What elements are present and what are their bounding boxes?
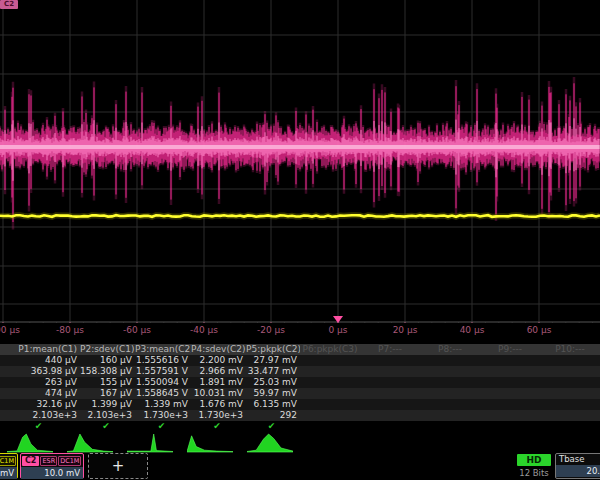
- histicon-p3[interactable]: [120, 432, 180, 453]
- c1-vertical-scale: 10.0 mV: [0, 467, 17, 479]
- histicon-p2[interactable]: [60, 432, 120, 453]
- c1-coupling-badge: DC1M: [0, 456, 16, 466]
- timebase-scale: 20.0 µs: [556, 465, 600, 477]
- measure-value: 292: [246, 410, 300, 421]
- histicon-p4[interactable]: [180, 432, 240, 453]
- measure-value-empty: [420, 410, 480, 421]
- measure-value-empty: [540, 410, 600, 421]
- measure-value-empty: [420, 388, 480, 399]
- measure-value-empty: [540, 366, 600, 377]
- measure-value-empty: [300, 377, 360, 388]
- measure-value: 27.97 mV: [246, 355, 300, 366]
- histicon-p1[interactable]: [0, 432, 60, 453]
- measure-column-header-p2[interactable]: P2:sdev(C1): [80, 344, 135, 355]
- measure-value: 33.477 mV: [246, 366, 300, 377]
- measure-value-empty: [420, 399, 480, 410]
- measure-value-empty: [480, 410, 540, 421]
- measurement-table: P1:mean(C1)P2:sdev(C1)P3:mean(C2)P4:sdev…: [0, 344, 600, 432]
- measure-value: 363.98 µV: [0, 366, 80, 377]
- measure-value: 1.550094 V: [135, 377, 191, 388]
- measure-value: 1.339 mV: [135, 399, 191, 410]
- measure-value-empty: [360, 399, 420, 410]
- measure-value: 2.103e+3: [80, 410, 135, 421]
- measure-value-empty: [480, 377, 540, 388]
- measure-value: 59.97 mV: [246, 388, 300, 399]
- add-trace-button[interactable]: +: [88, 453, 148, 479]
- measure-value: 32.16 µV: [0, 399, 80, 410]
- table-row: 363.98 µV158.308 µV1.557591 V2.966 mV33.…: [0, 366, 600, 377]
- measure-value: 6.135 mV: [246, 399, 300, 410]
- measure-value-empty: [480, 399, 540, 410]
- measure-value-empty: [420, 366, 480, 377]
- table-row: 474 µV167 µV1.558645 V10.031 mV59.97 mV: [0, 388, 600, 399]
- x-tick-label: -80 µs: [56, 325, 84, 335]
- x-tick-label: 20 µs: [393, 325, 418, 335]
- measure-column-header-inactive[interactable]: P8:---: [420, 344, 480, 355]
- timebase-title: Tbase: [556, 454, 600, 465]
- trace-label-chip: C2: [0, 0, 18, 9]
- measure-value-empty: [300, 399, 360, 410]
- measure-value: 160 µV: [80, 355, 135, 366]
- measure-value-empty: [480, 388, 540, 399]
- measure-value-empty: [300, 366, 360, 377]
- measure-column-header-inactive[interactable]: P9:---: [480, 344, 540, 355]
- trigger-position-marker[interactable]: [333, 316, 343, 323]
- measure-value: 263 µV: [0, 377, 80, 388]
- measure-column-header-inactive[interactable]: P6:pkpk(C3): [300, 344, 360, 355]
- channel-c1-descriptor[interactable]: DC1M 10.0 mV: [0, 453, 18, 479]
- measure-value: 158.308 µV: [80, 366, 135, 377]
- bottom-descriptor-bar: DC1M 10.0 mV C2 ESR DC1M 10.0 mV + HD 12…: [0, 453, 600, 480]
- measure-status-check: ✔: [80, 421, 135, 432]
- measure-value: 10.031 mV: [191, 388, 246, 399]
- measure-value-empty: [540, 355, 600, 366]
- table-row: 32.16 µV1.399 µV1.339 mV1.676 mV6.135 mV: [0, 399, 600, 410]
- x-tick-label: -60 µs: [123, 325, 151, 335]
- measure-value-empty: [360, 366, 420, 377]
- channel-c2-descriptor[interactable]: C2 ESR DC1M 10.0 mV: [20, 453, 84, 479]
- oscilloscope-screen: C2 -100 µs-80 µs-60 µs-40 µs-20 µs0 µs20…: [0, 0, 600, 480]
- measure-value-empty: [360, 410, 420, 421]
- waveform-traces: [0, 0, 600, 323]
- measure-value: 1.399 µV: [80, 399, 135, 410]
- measure-value-empty: [360, 355, 420, 366]
- measure-value-empty: [420, 377, 480, 388]
- measure-status-check: ✔: [191, 421, 246, 432]
- measure-value-empty: [480, 366, 540, 377]
- measure-value: 155 µV: [80, 377, 135, 388]
- histicon-p5[interactable]: [240, 432, 300, 453]
- x-tick-label: 60 µs: [527, 325, 552, 335]
- measure-value-empty: [540, 399, 600, 410]
- hd-mode-badge[interactable]: HD: [517, 454, 551, 466]
- measure-column-header-p3[interactable]: P3:mean(C2): [135, 344, 191, 355]
- measure-value: 1.730e+3: [191, 410, 246, 421]
- measure-value-empty: [360, 388, 420, 399]
- measure-column-header-inactive[interactable]: P7:---: [360, 344, 420, 355]
- x-tick-label: -100 µs: [0, 325, 20, 335]
- hd-bits-label: 12 Bits: [512, 468, 556, 478]
- measure-value-empty: [300, 410, 360, 421]
- measure-status-check: ✔: [135, 421, 191, 432]
- measure-value: 440 µV: [0, 355, 80, 366]
- measure-value-empty: [360, 377, 420, 388]
- measure-value: 2.103e+3: [0, 410, 80, 421]
- measure-column-header-p1[interactable]: P1:mean(C1): [0, 344, 80, 355]
- measure-value-empty: [540, 388, 600, 399]
- measure-value: 1.558645 V: [135, 388, 191, 399]
- timebase-descriptor[interactable]: Tbase 20.0 µs: [555, 453, 600, 479]
- c2-channel-chip: C2: [22, 456, 39, 466]
- c2-coupling-badge: DC1M: [58, 456, 81, 466]
- measure-value-empty: [420, 355, 480, 366]
- measure-value: 1.555616 V: [135, 355, 191, 366]
- x-tick-label: 40 µs: [460, 325, 485, 335]
- measure-value: 1.730e+3: [135, 410, 191, 421]
- measure-value-empty: [300, 355, 360, 366]
- measure-value: 1.676 mV: [191, 399, 246, 410]
- measure-column-header-p4[interactable]: P4:sdev(C2): [191, 344, 246, 355]
- measure-value: 474 µV: [0, 388, 80, 399]
- table-row: 440 µV160 µV1.555616 V2.200 mV27.97 mV: [0, 355, 600, 366]
- x-tick-label: -20 µs: [257, 325, 285, 335]
- waveform-grid-area[interactable]: C2: [0, 0, 600, 323]
- measure-column-header-inactive[interactable]: P10:---: [540, 344, 600, 355]
- table-row: 263 µV155 µV1.550094 V1.891 mV25.03 mV: [0, 377, 600, 388]
- measure-column-header-p5[interactable]: P5:pkpk(C2): [246, 344, 300, 355]
